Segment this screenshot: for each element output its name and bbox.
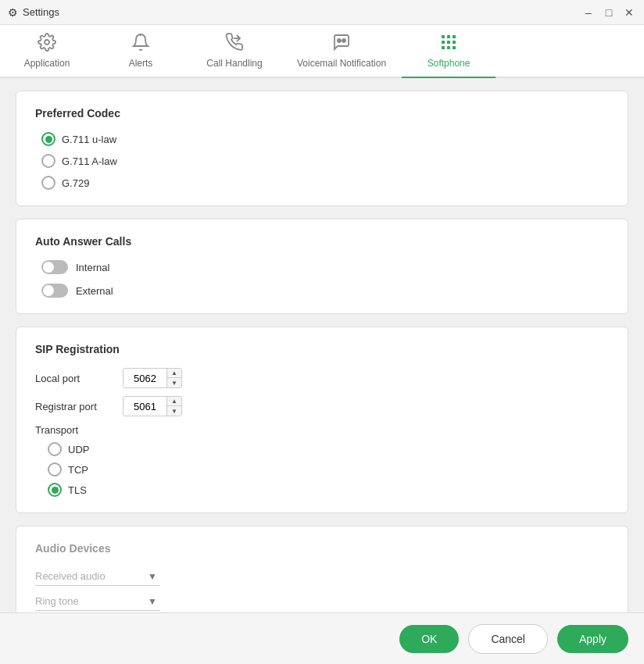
audio-devices-title: Audio Devices: [35, 542, 609, 555]
maximize-button[interactable]: □: [602, 5, 616, 20]
auto-answer-toggle-group: Internal External: [35, 260, 609, 298]
registrar-port-label: Registrar port: [35, 401, 113, 412]
internal-label: Internal: [76, 262, 109, 273]
audio-devices-card: Audio Devices Received audio ▼ Ring tone…: [16, 526, 628, 612]
tab-voicemail[interactable]: Voicemail Notification: [281, 25, 402, 78]
transport-tcp-label: TCP: [68, 464, 88, 476]
preferred-codec-card: Preferred Codec G.711 u-law G.711 A-law …: [16, 91, 628, 206]
codec-g711u-label: G.711 u-law: [62, 134, 116, 145]
svg-rect-7: [453, 35, 456, 38]
transport-group: UDP TCP TLS: [35, 442, 609, 497]
svg-rect-10: [453, 41, 456, 44]
svg-point-4: [342, 39, 345, 42]
minimize-button[interactable]: –: [581, 5, 596, 20]
tab-bar: Application Alerts Call Handling Vo: [0, 25, 644, 78]
preferred-codec-title: Preferred Codec: [35, 107, 609, 120]
transport-tcp-radio[interactable]: [48, 462, 62, 477]
svg-rect-5: [442, 35, 445, 38]
local-port-up[interactable]: ▲: [167, 369, 181, 378]
transport-tls-radio[interactable]: [48, 483, 62, 497]
local-port-spinbox[interactable]: ▲ ▼: [123, 368, 182, 388]
softphone-icon: [439, 33, 458, 55]
sip-registration-title: SIP Registration: [35, 343, 609, 355]
external-label: External: [76, 285, 113, 297]
tab-application-label: Application: [24, 58, 70, 69]
tab-call-handling[interactable]: Call Handling: [188, 25, 281, 78]
codec-g729[interactable]: G.729: [41, 176, 609, 190]
transport-udp[interactable]: UDP: [48, 442, 609, 456]
codec-g711u[interactable]: G.711 u-law: [41, 132, 609, 146]
svg-point-3: [338, 39, 341, 42]
svg-point-0: [45, 40, 49, 45]
registrar-port-up[interactable]: ▲: [167, 397, 181, 406]
sip-registration-card: SIP Registration Local port ▲ ▼ Registra…: [16, 327, 628, 513]
internal-toggle[interactable]: [41, 260, 68, 274]
title-bar-left: ⚙ Settings: [8, 6, 59, 19]
local-port-input[interactable]: [123, 370, 166, 387]
codec-g711a-radio[interactable]: [41, 154, 55, 168]
codec-radio-group: G.711 u-law G.711 A-law G.729: [35, 132, 609, 190]
tab-alerts[interactable]: Alerts: [94, 25, 188, 78]
auto-answer-title: Auto Answer Calls: [35, 235, 609, 248]
window-title: Settings: [23, 6, 59, 18]
transport-tls[interactable]: TLS: [48, 483, 609, 497]
content-area: Preferred Codec G.711 u-law G.711 A-law …: [0, 78, 644, 612]
tab-call-handling-label: Call Handling: [206, 58, 262, 69]
tab-alerts-label: Alerts: [129, 58, 153, 69]
received-audio-row: Received audio ▼: [35, 567, 609, 586]
svg-rect-11: [442, 46, 445, 49]
cancel-button[interactable]: Cancel: [468, 624, 548, 654]
codec-g729-radio[interactable]: [41, 176, 55, 190]
transport-udp-radio[interactable]: [48, 442, 62, 456]
tab-softphone-label: Softphone: [428, 58, 470, 69]
registrar-port-row: Registrar port ▲ ▼: [35, 396, 609, 416]
external-toggle[interactable]: [41, 284, 68, 298]
registrar-port-input[interactable]: [123, 398, 166, 415]
tab-voicemail-label: Voicemail Notification: [297, 58, 386, 69]
ok-button[interactable]: OK: [399, 625, 459, 653]
transport-tcp[interactable]: TCP: [48, 462, 609, 477]
title-bar-controls: – □ ✕: [581, 5, 636, 20]
transport-label: Transport: [35, 424, 609, 436]
settings-icon: ⚙: [8, 6, 18, 19]
local-port-label: Local port: [35, 373, 113, 384]
local-port-row: Local port ▲ ▼: [35, 368, 609, 388]
ring-tone-wrapper: Ring tone ▼: [35, 592, 160, 611]
svg-rect-13: [453, 46, 456, 49]
footer: OK Cancel Apply: [0, 612, 644, 664]
ring-tone-row: Ring tone ▼: [35, 592, 609, 611]
codec-g729-label: G.729: [62, 177, 89, 189]
transport-tls-label: TLS: [68, 484, 87, 496]
alerts-icon: [131, 33, 150, 55]
tab-application[interactable]: Application: [0, 25, 94, 78]
local-port-spinbox-btns: ▲ ▼: [166, 369, 181, 387]
registrar-port-down[interactable]: ▼: [167, 406, 181, 416]
received-audio-select[interactable]: Received audio: [35, 567, 160, 586]
local-port-down[interactable]: ▼: [167, 378, 181, 387]
ring-tone-select[interactable]: Ring tone: [35, 592, 160, 611]
registrar-port-spinbox-btns: ▲ ▼: [166, 397, 181, 416]
codec-g711a[interactable]: G.711 A-law: [41, 154, 609, 168]
close-button[interactable]: ✕: [622, 5, 636, 20]
toggle-external[interactable]: External: [41, 284, 609, 298]
apply-button[interactable]: Apply: [557, 625, 628, 653]
toggle-internal[interactable]: Internal: [41, 260, 609, 274]
received-audio-wrapper: Received audio ▼: [35, 567, 160, 586]
transport-udp-label: UDP: [68, 444, 89, 455]
call-handling-icon: [225, 33, 244, 55]
tab-softphone[interactable]: Softphone: [402, 25, 496, 78]
voicemail-icon: [332, 33, 351, 55]
registrar-port-spinbox[interactable]: ▲ ▼: [123, 396, 182, 416]
title-bar: ⚙ Settings – □ ✕: [0, 0, 644, 25]
svg-rect-9: [447, 41, 450, 44]
svg-rect-8: [442, 41, 445, 44]
svg-rect-12: [447, 46, 450, 49]
application-icon: [38, 33, 56, 55]
auto-answer-card: Auto Answer Calls Internal External: [16, 219, 628, 314]
codec-g711u-radio[interactable]: [41, 132, 55, 146]
svg-rect-6: [447, 35, 450, 38]
codec-g711a-label: G.711 A-law: [62, 155, 117, 167]
